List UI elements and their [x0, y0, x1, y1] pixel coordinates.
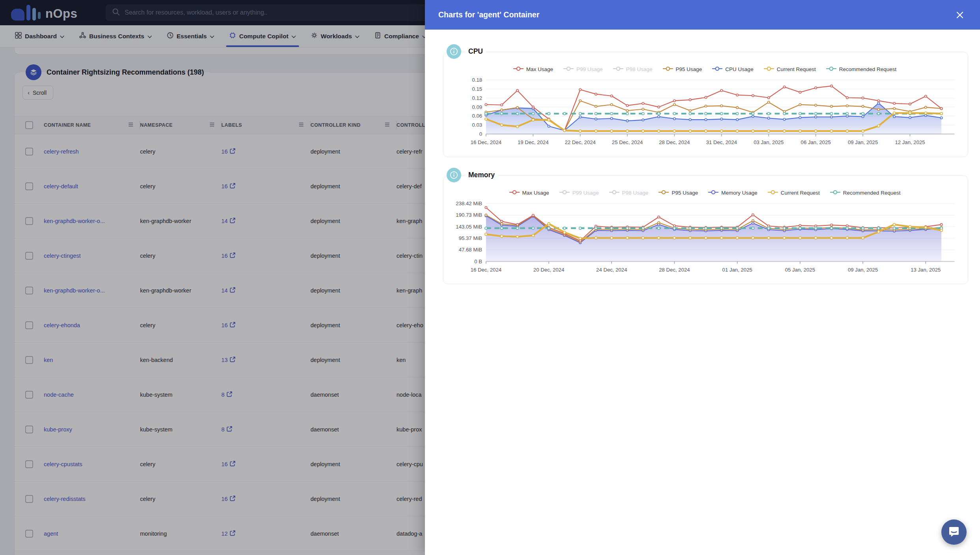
svg-text:238.42 MiB: 238.42 MiB — [456, 201, 482, 206]
legend-label: Max Usage — [522, 190, 549, 196]
legend-item[interactable]: P95 Usage — [663, 66, 702, 72]
svg-text:19 Dec, 2024: 19 Dec, 2024 — [518, 139, 548, 145]
legend-item[interactable]: P95 Usage — [658, 190, 698, 196]
legend-label: Max Usage — [526, 66, 553, 72]
legend-item[interactable]: P99 Usage — [559, 190, 599, 196]
svg-text:0.12: 0.12 — [472, 95, 482, 101]
legend-marker-icon — [559, 190, 570, 196]
legend-label: Current Request — [781, 190, 820, 196]
svg-text:190.73 MiB: 190.73 MiB — [456, 212, 482, 218]
legend-marker-icon — [764, 66, 774, 72]
legend-marker-icon — [708, 190, 718, 196]
legend-item[interactable]: P99 Usage — [563, 66, 603, 72]
svg-text:0.03: 0.03 — [472, 122, 482, 128]
svg-text:0: 0 — [479, 131, 482, 137]
legend-label: P95 Usage — [671, 190, 698, 196]
legend-marker-icon — [768, 190, 778, 196]
legend-marker-icon — [658, 190, 669, 196]
svg-text:22 Dec, 2024: 22 Dec, 2024 — [565, 139, 595, 145]
legend-label: P98 Usage — [626, 66, 653, 72]
drawer-header: Charts for 'agent' Container — [425, 0, 980, 30]
svg-text:95.37 MiB: 95.37 MiB — [459, 235, 483, 241]
legend-label: Current Request — [777, 66, 816, 72]
legend-item[interactable]: Memory Usage — [708, 190, 757, 196]
legend-marker-icon — [563, 66, 574, 72]
cpu-chart: 00.030.060.090.120.150.1816 Dec, 202419 … — [448, 74, 961, 152]
legend-marker-icon — [609, 190, 619, 196]
svg-text:28 Dec, 2024: 28 Dec, 2024 — [659, 266, 690, 272]
legend-item[interactable]: P98 Usage — [613, 66, 653, 72]
svg-text:0.18: 0.18 — [472, 77, 482, 83]
svg-text:24 Dec, 2024: 24 Dec, 2024 — [596, 266, 627, 272]
chat-bubble-icon — [948, 525, 960, 539]
info-icon[interactable] — [447, 44, 461, 59]
svg-text:09 Jan, 2025: 09 Jan, 2025 — [848, 266, 878, 272]
legend-item[interactable]: Current Request — [768, 190, 820, 196]
chart-title: CPU — [465, 47, 486, 56]
svg-text:12 Jan, 2025: 12 Jan, 2025 — [895, 139, 925, 145]
legend-label: Recommended Request — [839, 66, 897, 72]
charts-drawer: Charts for 'agent' Container CPUMax Usag… — [425, 0, 980, 555]
chart-legend: Max UsageP99 UsageP98 UsageP95 UsageMemo… — [448, 190, 961, 196]
drawer-title: Charts for 'agent' Container — [438, 10, 539, 19]
legend-item[interactable]: Current Request — [764, 66, 816, 72]
legend-item[interactable]: P98 Usage — [609, 190, 649, 196]
svg-text:28 Dec, 2024: 28 Dec, 2024 — [659, 139, 690, 145]
chart-card-head: Memory — [447, 168, 498, 182]
svg-text:16 Dec, 2024: 16 Dec, 2024 — [471, 266, 501, 272]
legend-marker-icon — [663, 66, 673, 72]
chart-legend: Max UsageP99 UsageP98 UsageP95 UsageCPU … — [448, 66, 961, 72]
svg-text:09 Jan, 2025: 09 Jan, 2025 — [848, 139, 878, 145]
legend-item[interactable]: Max Usage — [509, 190, 549, 196]
svg-text:0.15: 0.15 — [472, 86, 482, 92]
legend-label: P99 Usage — [572, 190, 599, 196]
legend-label: P98 Usage — [622, 190, 649, 196]
svg-text:0.06: 0.06 — [472, 113, 482, 119]
svg-text:05 Jan, 2025: 05 Jan, 2025 — [785, 266, 815, 272]
svg-text:0 B: 0 B — [474, 258, 482, 264]
legend-item[interactable]: Recommended Request — [826, 66, 897, 72]
svg-text:16 Dec, 2024: 16 Dec, 2024 — [471, 139, 501, 145]
legend-label: P99 Usage — [576, 66, 603, 72]
svg-text:20 Dec, 2024: 20 Dec, 2024 — [533, 266, 564, 272]
svg-text:01 Jan, 2025: 01 Jan, 2025 — [722, 266, 752, 272]
chat-widget-button[interactable] — [941, 519, 967, 545]
mem-chart: 0 B47.68 MiB95.37 MiB143.05 MiB190.73 Mi… — [448, 197, 961, 279]
svg-text:25 Dec, 2024: 25 Dec, 2024 — [612, 139, 643, 145]
legend-marker-icon — [826, 66, 836, 72]
cpu-chart-card: CPUMax UsageP99 UsageP98 UsageP95 UsageC… — [443, 52, 968, 157]
svg-text:03 Jan, 2025: 03 Jan, 2025 — [754, 139, 784, 145]
legend-marker-icon — [830, 190, 840, 196]
legend-label: P95 Usage — [676, 66, 702, 72]
legend-marker-icon — [613, 66, 623, 72]
info-icon[interactable] — [447, 168, 461, 182]
legend-marker-icon — [509, 190, 520, 196]
legend-marker-icon — [513, 66, 524, 72]
legend-label: Memory Usage — [721, 190, 757, 196]
svg-text:143.05 MiB: 143.05 MiB — [456, 223, 482, 229]
close-icon[interactable] — [953, 8, 967, 22]
svg-text:31 Dec, 2024: 31 Dec, 2024 — [706, 139, 737, 145]
legend-item[interactable]: Max Usage — [513, 66, 553, 72]
legend-marker-icon — [712, 66, 722, 72]
legend-item[interactable]: CPU Usage — [712, 66, 753, 72]
legend-label: Recommended Request — [843, 190, 901, 196]
mem-chart-card: MemoryMax UsageP99 UsageP98 UsageP95 Usa… — [443, 175, 968, 284]
svg-text:0.09: 0.09 — [472, 104, 482, 110]
chart-title: Memory — [465, 171, 498, 179]
svg-text:13 Jan, 2025: 13 Jan, 2025 — [911, 266, 941, 272]
chart-card-head: CPU — [447, 44, 486, 59]
legend-item[interactable]: Recommended Request — [830, 190, 901, 196]
svg-text:47.68 MiB: 47.68 MiB — [459, 247, 483, 253]
svg-text:06 Jan, 2025: 06 Jan, 2025 — [801, 139, 831, 145]
legend-label: CPU Usage — [725, 66, 753, 72]
